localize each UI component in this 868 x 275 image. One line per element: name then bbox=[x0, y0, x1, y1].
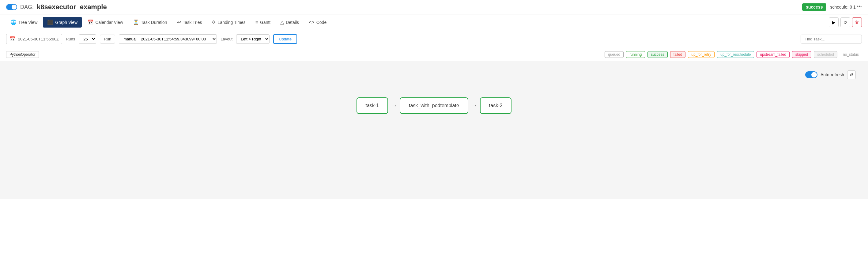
legend-left: PythonOperator bbox=[6, 51, 39, 58]
arrow-1 bbox=[388, 102, 400, 110]
calendar-icon: 📅 bbox=[9, 36, 16, 42]
graph-canvas: Auto-refresh ↺ task-1 task_with_podtempl… bbox=[0, 61, 868, 199]
legend-running: running bbox=[626, 51, 645, 58]
tab-landing-times-label: Landing Times bbox=[218, 20, 246, 25]
legend-up-for-retry: up_for_retry bbox=[688, 51, 715, 58]
legend-upstream-failed: upstream_failed bbox=[756, 51, 789, 58]
calendar-view-icon: 📅 bbox=[87, 19, 93, 25]
legend-queued: queued bbox=[604, 51, 624, 58]
tabs-right: ▶ ↺ 🗑 bbox=[829, 18, 862, 27]
task-duration-icon: ⏳ bbox=[133, 19, 139, 25]
tab-task-duration[interactable]: ⏳ Task Duration bbox=[129, 17, 172, 28]
operator-badge: PythonOperator bbox=[6, 51, 39, 58]
tab-task-tries[interactable]: ↩ Task Tries bbox=[173, 17, 207, 28]
tabs-left: 🌐 Tree View ⬛ Graph View 📅 Calendar View… bbox=[6, 17, 331, 28]
run-button[interactable]: Run bbox=[100, 35, 115, 43]
legend-scheduled: scheduled bbox=[814, 51, 837, 58]
date-field[interactable]: 📅 2021-05-30T11:55:00Z bbox=[6, 34, 62, 44]
tab-task-tries-label: Task Tries bbox=[183, 20, 202, 25]
landing-times-icon: ✈ bbox=[212, 19, 216, 25]
tab-landing-times[interactable]: ✈ Landing Times bbox=[208, 17, 250, 28]
dag-label: DAG: bbox=[20, 4, 34, 10]
task-node-podtemplate[interactable]: task_with_podtemplate bbox=[400, 97, 468, 114]
tab-task-duration-label: Task Duration bbox=[141, 20, 167, 25]
tab-details-label: Details bbox=[286, 20, 299, 25]
layout-label: Layout bbox=[220, 37, 232, 41]
legend-right: queued running success failed up_for_ret… bbox=[604, 51, 862, 58]
dag-toggle[interactable] bbox=[6, 4, 17, 10]
header-right: success schedule: 0 1 *** bbox=[802, 3, 862, 11]
nav-tabs: 🌐 Tree View ⬛ Graph View 📅 Calendar View… bbox=[0, 14, 868, 30]
play-button[interactable]: ▶ bbox=[829, 18, 839, 27]
task-node-1[interactable]: task-1 bbox=[356, 97, 389, 114]
tab-gantt[interactable]: ≡ Gantt bbox=[251, 17, 275, 28]
run-select[interactable]: manual__2021-05-30T11:54:59.343099+00:00 bbox=[119, 34, 217, 44]
delete-button[interactable]: 🗑 bbox=[852, 18, 862, 27]
runs-select[interactable]: 25 bbox=[79, 34, 96, 44]
tab-calendar-view-label: Calendar View bbox=[95, 20, 123, 25]
graph-view-icon: ⬛ bbox=[47, 19, 53, 25]
arrow-2 bbox=[468, 102, 480, 110]
legend-skipped: skipped bbox=[792, 51, 811, 58]
tab-tree-view[interactable]: 🌐 Tree View bbox=[6, 17, 42, 28]
tab-code-label: Code bbox=[316, 20, 327, 25]
legend-success: success bbox=[648, 51, 668, 58]
layout-select[interactable]: Left > Right Left Right bbox=[236, 34, 270, 44]
tab-graph-view-label: Graph View bbox=[55, 20, 78, 25]
legend-failed: failed bbox=[670, 51, 686, 58]
details-icon: △ bbox=[280, 19, 284, 25]
runs-label: Runs bbox=[66, 37, 75, 41]
schedule-text: schedule: 0 1 *** bbox=[830, 5, 862, 9]
dag-name: k8sexecutor_example bbox=[37, 3, 107, 11]
legend-up-for-reschedule: up_for_reschedule bbox=[717, 51, 754, 58]
update-button[interactable]: Update bbox=[273, 34, 297, 44]
tab-gantt-label: Gantt bbox=[260, 20, 271, 25]
controls-bar: 📅 2021-05-30T11:55:00Z Runs 25 Run manua… bbox=[0, 30, 868, 48]
status-badge: success bbox=[802, 3, 826, 11]
dag-flow: task-1 task_with_podtemplate task-2 bbox=[6, 79, 862, 132]
tab-graph-view[interactable]: ⬛ Graph View bbox=[43, 17, 82, 28]
tab-tree-view-label: Tree View bbox=[19, 20, 37, 25]
legend-no-status: no_status bbox=[840, 52, 862, 58]
tree-view-icon: 🌐 bbox=[10, 19, 17, 25]
legend-bar: PythonOperator queued running success fa… bbox=[0, 48, 868, 61]
auto-refresh-icon[interactable]: ↺ bbox=[847, 70, 856, 79]
code-icon: <> bbox=[309, 20, 315, 25]
refresh-button[interactable]: ↺ bbox=[840, 18, 850, 27]
find-task-input[interactable] bbox=[801, 35, 862, 43]
auto-refresh-bar: Auto-refresh ↺ bbox=[6, 67, 862, 79]
task-tries-icon: ↩ bbox=[177, 19, 181, 25]
gantt-icon: ≡ bbox=[255, 20, 258, 25]
date-value: 2021-05-30T11:55:00Z bbox=[18, 37, 59, 41]
header: DAG: k8sexecutor_example success schedul… bbox=[0, 0, 868, 14]
tab-code[interactable]: <> Code bbox=[305, 17, 331, 28]
auto-refresh-toggle[interactable] bbox=[805, 71, 817, 78]
tab-details[interactable]: △ Details bbox=[276, 17, 303, 28]
header-left: DAG: k8sexecutor_example bbox=[6, 3, 107, 11]
task-node-2[interactable]: task-2 bbox=[480, 97, 512, 114]
auto-refresh-label: Auto-refresh bbox=[820, 72, 844, 77]
tab-calendar-view[interactable]: 📅 Calendar View bbox=[83, 17, 127, 28]
